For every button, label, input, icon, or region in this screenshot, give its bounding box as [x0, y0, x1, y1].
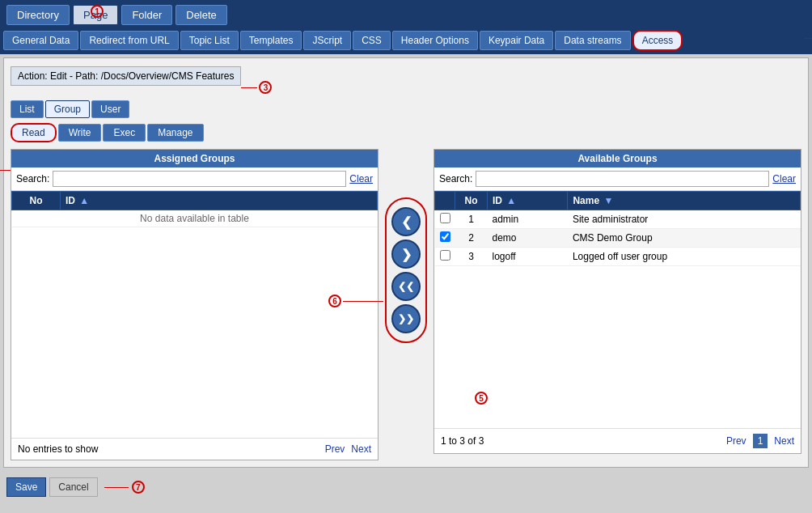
save-button[interactable]: Save: [6, 477, 46, 497]
available-page-1[interactable]: 1: [753, 434, 768, 448]
available-clear-button[interactable]: Clear: [772, 173, 796, 184]
tab-keypair[interactable]: Keypair Data: [480, 31, 553, 50]
assigned-search-input[interactable]: [53, 171, 346, 187]
available-table: No ID ▲ Name ▼ 1: [434, 191, 801, 266]
available-row-id-2: logoff: [488, 248, 568, 266]
assigned-search-label: Search:: [16, 173, 49, 184]
available-row-name-2: Logged off user group: [568, 248, 801, 266]
available-row-no-1: 2: [455, 229, 488, 248]
transfer-left-single[interactable]: ❮: [391, 207, 421, 236]
tab-general-data[interactable]: General Data: [3, 31, 78, 50]
tab-css[interactable]: CSS: [353, 31, 391, 50]
available-groups-header: Available Groups: [434, 150, 801, 167]
assigned-table: No ID ▲ No data available in table: [11, 191, 378, 227]
sub-tab-group[interactable]: Group: [45, 100, 90, 118]
sub-tab-bar: List Group User: [11, 100, 801, 118]
directory-button[interactable]: Directory: [6, 5, 70, 25]
available-next-btn[interactable]: Next: [774, 435, 794, 447]
available-table-row: 3 logoff Logged off user group: [435, 248, 801, 266]
available-col-name[interactable]: Name ▼: [568, 192, 801, 210]
assigned-col-id[interactable]: ID ▲: [61, 192, 378, 210]
assigned-col-no[interactable]: No: [12, 192, 61, 210]
assigned-id-sort-icon: ▲: [79, 195, 89, 206]
available-groups-panel: Available Groups Search: Clear No ID ▲: [433, 149, 801, 454]
tab-redirect[interactable]: Redirect from URL: [80, 31, 178, 50]
tab-access[interactable]: Access: [632, 30, 683, 51]
available-table-row: 2 demo CMS Demo Group: [435, 229, 801, 248]
available-search-row: Search: Clear: [434, 167, 801, 191]
available-id-sort-icon: ▲: [506, 195, 516, 206]
available-table-row: 1 admin Site administrator: [435, 210, 801, 229]
perm-manage[interactable]: Manage: [147, 124, 203, 142]
available-search-label: Search:: [439, 173, 472, 184]
available-pagination-info: 1 to 3 of 3: [441, 435, 484, 447]
assigned-search-row: Search: Clear: [11, 167, 378, 191]
sub-tab-list[interactable]: List: [11, 100, 44, 118]
available-row-id-1: demo: [488, 229, 568, 248]
available-row-id-0: admin: [488, 210, 568, 229]
transfer-right-single[interactable]: ❯: [391, 240, 421, 269]
available-row-name-1: CMS Demo Group: [568, 229, 801, 248]
perm-read[interactable]: Read: [11, 123, 57, 142]
transfer-buttons-group: ❮ ❯ ❮❮ ❯❯: [385, 197, 427, 343]
available-name-sort-icon: ▼: [603, 195, 613, 206]
available-row-checkbox-0[interactable]: [440, 213, 450, 223]
perm-exec[interactable]: Exec: [103, 124, 146, 142]
delete-button[interactable]: Delete: [176, 5, 227, 25]
available-pagination: 1 to 3 of 3 Prev 1 Next: [434, 428, 801, 453]
sub-tab-user[interactable]: User: [91, 100, 129, 118]
folder-button[interactable]: Folder: [121, 5, 172, 25]
available-row-checkbox-1[interactable]: [440, 231, 450, 242]
available-prev-btn[interactable]: Prev: [726, 435, 746, 447]
main-content: Action: Edit - Path: /Docs/Overview/CMS …: [3, 57, 809, 468]
assigned-entries-label: No entries to show: [18, 443, 98, 455]
assigned-prev-btn[interactable]: Prev: [325, 443, 345, 455]
available-col-id[interactable]: ID ▲: [488, 192, 568, 210]
top-toolbar: Directory Page Folder Delete: [0, 0, 812, 30]
tab-topic-list[interactable]: Topic List: [180, 31, 239, 50]
available-row-no-0: 1: [455, 210, 488, 229]
assigned-pagination: No entries to show Prev Next: [11, 438, 378, 460]
tab-templates[interactable]: Templates: [240, 31, 302, 50]
path-bar: Action: Edit - Path: /Docs/Overview/CMS …: [11, 66, 241, 86]
assigned-clear-button[interactable]: Clear: [349, 173, 373, 184]
tab-header-options[interactable]: Header Options: [392, 31, 478, 50]
tab-bar: General Data Redirect from URL Topic Lis…: [0, 30, 812, 54]
tab-jscript[interactable]: JScript: [303, 31, 351, 50]
assigned-next-btn[interactable]: Next: [351, 443, 371, 455]
assigned-groups-panel: Assigned Groups Search: Clear No ID ▲: [11, 149, 379, 460]
available-col-no[interactable]: No: [455, 192, 488, 210]
perm-bar: Read Write Exec Manage: [11, 123, 801, 142]
available-row-checkbox-2[interactable]: [440, 250, 450, 261]
transfer-left-all[interactable]: ❮❮: [391, 272, 421, 301]
tables-area: Assigned Groups Search: Clear No ID ▲: [11, 149, 801, 460]
cancel-button[interactable]: Cancel: [49, 477, 97, 497]
available-search-input[interactable]: [476, 171, 769, 187]
assigned-groups-header: Assigned Groups: [11, 150, 378, 167]
available-row-no-2: 3: [455, 248, 488, 266]
available-col-check: [435, 192, 455, 210]
transfer-right-all[interactable]: ❯❯: [391, 304, 421, 333]
assigned-no-data: No data available in table: [12, 210, 378, 227]
available-row-name-0: Site administrator: [568, 210, 801, 229]
tab-data-streams[interactable]: Data streams: [555, 31, 630, 50]
perm-write[interactable]: Write: [58, 124, 102, 142]
bottom-bar: Save Cancel 7: [0, 471, 812, 503]
